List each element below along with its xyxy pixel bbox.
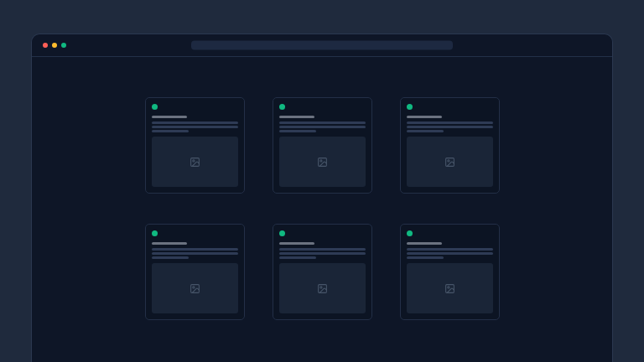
skeleton-text-line [279, 122, 366, 124]
skeleton-text-line [407, 248, 493, 251]
status-dot [152, 230, 158, 236]
skeleton-text-line [407, 126, 493, 128]
skeleton-text-line [152, 126, 238, 128]
image-icon [190, 157, 200, 168]
traffic-lights [43, 43, 66, 48]
skeleton-text-line [152, 252, 238, 255]
placeholder-card[interactable] [400, 97, 500, 194]
status-dot [407, 230, 413, 236]
browser-window [31, 34, 613, 362]
image-placeholder [279, 263, 366, 313]
skeleton-text-line [279, 256, 316, 259]
skeleton-title-line [407, 116, 442, 118]
skeleton-text-line [407, 256, 444, 259]
image-icon [190, 283, 200, 294]
status-dot [152, 104, 158, 110]
skeleton-title-line [407, 242, 442, 245]
skeleton-text-line [152, 248, 238, 251]
traffic-light-minimize[interactable] [52, 43, 57, 48]
status-dot [407, 104, 413, 110]
skeleton-title-line [152, 242, 187, 245]
skeleton-text-line [152, 130, 189, 132]
titlebar [32, 34, 612, 57]
placeholder-card[interactable] [273, 224, 372, 320]
image-placeholder [152, 263, 238, 313]
image-icon [317, 283, 328, 294]
image-placeholder [279, 137, 366, 187]
skeleton-title-line [152, 116, 187, 118]
placeholder-card[interactable] [145, 224, 245, 320]
image-icon [444, 157, 455, 168]
skeleton-text-line [152, 122, 238, 124]
image-placeholder [407, 263, 493, 313]
placeholder-card[interactable] [273, 97, 372, 194]
skeleton-text-line [279, 252, 366, 255]
skeleton-text-line [279, 130, 316, 132]
url-bar[interactable] [191, 41, 453, 50]
placeholder-card[interactable] [145, 97, 245, 194]
status-dot [279, 104, 285, 110]
traffic-light-maximize[interactable] [61, 43, 66, 48]
image-placeholder [407, 137, 493, 187]
skeleton-title-line [279, 242, 314, 245]
skeleton-text-line [279, 248, 366, 251]
image-icon [444, 283, 455, 294]
skeleton-text-line [279, 126, 366, 128]
status-dot [279, 230, 285, 236]
skeleton-title-line [279, 116, 314, 118]
skeleton-text-line [407, 130, 444, 132]
placeholder-card[interactable] [400, 224, 500, 320]
skeleton-text-line [407, 252, 493, 255]
card-grid [145, 97, 500, 320]
traffic-light-close[interactable] [43, 43, 48, 48]
skeleton-text-line [152, 256, 189, 259]
image-icon [317, 157, 328, 168]
image-placeholder [152, 137, 238, 187]
skeleton-text-line [407, 122, 493, 124]
